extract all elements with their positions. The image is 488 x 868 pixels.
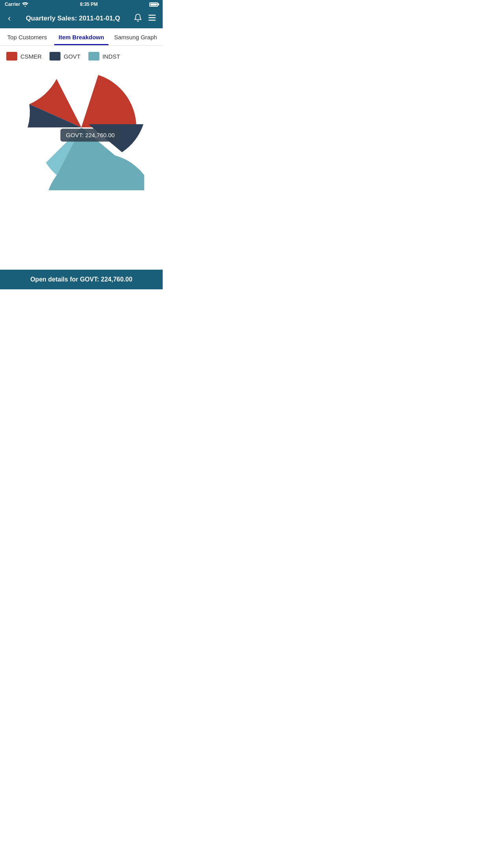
tab-samsung-graph[interactable]: Samsung Graph xyxy=(108,28,163,45)
wifi-icon xyxy=(22,2,28,7)
status-bar-right xyxy=(149,2,158,7)
battery-icon xyxy=(149,2,158,7)
legend-item-govt: GOVT xyxy=(50,52,81,61)
pie-chart[interactable] xyxy=(18,64,144,190)
legend-item-indst: INDST xyxy=(88,52,120,61)
bell-icon[interactable] xyxy=(134,13,142,24)
svg-point-0 xyxy=(25,6,26,7)
tab-bar: Top Customers Item Breakdown Samsung Gra… xyxy=(0,28,163,46)
status-bar-left: Carrier xyxy=(5,2,28,7)
segment-csmer-main[interactable] xyxy=(81,75,136,127)
back-button[interactable]: ‹ xyxy=(6,12,12,25)
header-title: Quarterly Sales: 2011-01-01,Q xyxy=(12,15,134,22)
legend-item-csmer: CSMER xyxy=(6,52,42,61)
carrier-label: Carrier xyxy=(5,2,20,7)
bottom-bar[interactable]: Open details for GOVT: 224,760.00 xyxy=(0,270,163,289)
app-header: ‹ Quarterly Sales: 2011-01-01,Q xyxy=(0,9,163,28)
legend-label-csmer: CSMER xyxy=(20,53,42,60)
bottom-bar-text: Open details for GOVT: 224,760.00 xyxy=(30,276,132,283)
status-bar: Carrier 8:35 PM xyxy=(0,0,163,9)
pie-chart-container: GOVT: 224,760.00 xyxy=(6,64,156,190)
status-bar-time: 8:35 PM xyxy=(80,2,98,7)
legend-color-govt xyxy=(50,52,61,61)
tab-top-customers[interactable]: Top Customers xyxy=(0,28,54,45)
chart-legend: CSMER GOVT INDST xyxy=(6,52,156,61)
legend-label-indst: INDST xyxy=(103,53,120,60)
header-icons xyxy=(134,13,156,24)
chart-tooltip: GOVT: 224,760.00 xyxy=(61,129,120,142)
legend-color-indst xyxy=(88,52,99,61)
tooltip-text: GOVT: 224,760.00 xyxy=(66,132,115,138)
legend-color-csmer xyxy=(6,52,17,61)
main-content: CSMER GOVT INDST xyxy=(0,46,163,197)
tab-item-breakdown[interactable]: Item Breakdown xyxy=(54,28,108,45)
menu-icon[interactable] xyxy=(148,13,156,24)
legend-label-govt: GOVT xyxy=(64,53,81,60)
